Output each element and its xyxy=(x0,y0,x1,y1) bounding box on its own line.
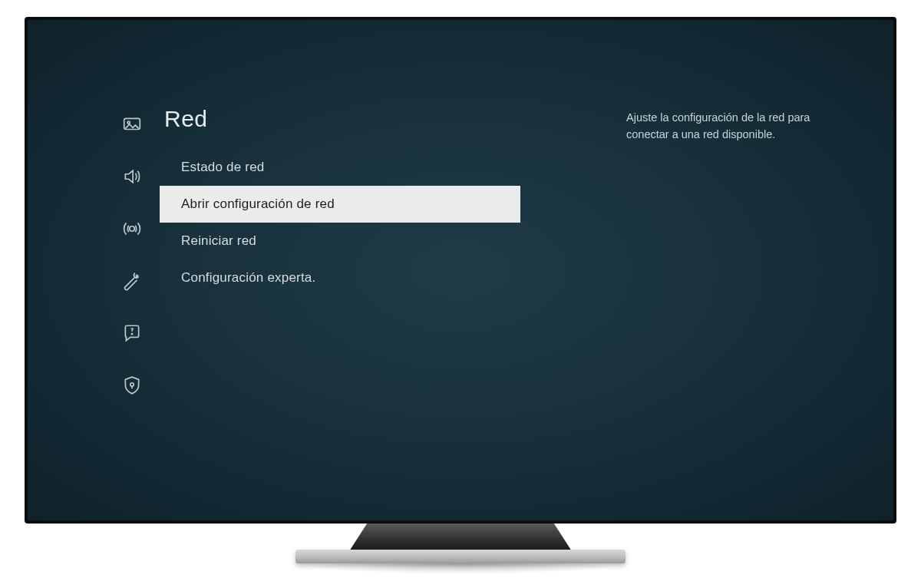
general-icon[interactable] xyxy=(120,269,144,293)
settings-sidebar xyxy=(104,106,160,459)
sound-icon[interactable] xyxy=(120,164,144,189)
section-title: Red xyxy=(160,106,520,149)
tv-stand-neck xyxy=(349,524,572,551)
settings-main: Red Estado de red Abrir configuración de… xyxy=(160,106,826,459)
description-text: Ajuste la configuración de la red para c… xyxy=(626,109,818,144)
option-network-status[interactable]: Estado de red xyxy=(160,149,520,186)
svg-point-5 xyxy=(130,383,134,386)
option-label: Abrir configuración de red xyxy=(181,197,335,212)
option-label: Configuración experta. xyxy=(181,270,315,286)
svg-point-2 xyxy=(130,226,135,232)
option-open-network-settings[interactable]: Abrir configuración de red xyxy=(160,186,520,223)
picture-icon[interactable] xyxy=(120,112,144,137)
privacy-icon[interactable] xyxy=(120,373,144,398)
option-label: Reiniciar red xyxy=(181,233,256,249)
broadcast-icon[interactable] xyxy=(120,216,144,241)
tv-product-shot: Red Estado de red Abrir configuración de… xyxy=(0,0,921,588)
tv-frame: Red Estado de red Abrir configuración de… xyxy=(25,17,896,524)
tv-screen: Red Estado de red Abrir configuración de… xyxy=(28,20,893,520)
option-expert-settings[interactable]: Configuración experta. xyxy=(160,259,520,296)
svg-point-4 xyxy=(131,333,132,334)
option-reset-network[interactable]: Reiniciar red xyxy=(160,223,520,259)
svg-point-3 xyxy=(136,275,137,276)
support-icon[interactable] xyxy=(120,321,144,345)
option-label: Estado de red xyxy=(181,160,264,175)
description-column: Ajuste la configuración de la red para c… xyxy=(626,106,826,459)
settings-menu: Red Estado de red Abrir configuración de… xyxy=(104,106,826,459)
tv-stand-base xyxy=(295,550,626,563)
options-column: Red Estado de red Abrir configuración de… xyxy=(160,106,520,459)
